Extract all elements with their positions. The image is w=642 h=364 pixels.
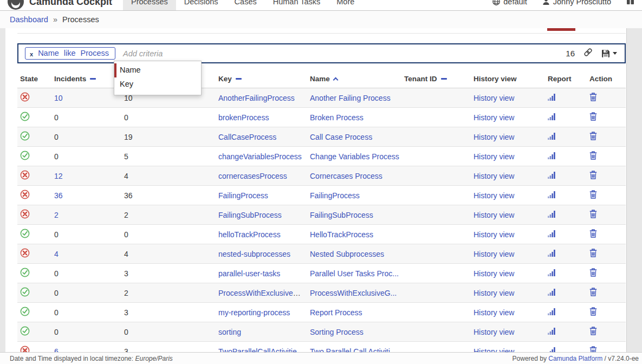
nav-item-more[interactable]: More — [328, 0, 362, 11]
column-header-tenant-id[interactable]: Tenant ID — [401, 70, 471, 88]
breadcrumb-dashboard-link[interactable]: Dashboard — [10, 15, 48, 24]
incidents-count-link[interactable]: 36 — [54, 191, 63, 200]
delete-icon[interactable] — [589, 151, 597, 161]
criteria-value[interactable]: Process — [81, 49, 109, 57]
delete-icon[interactable] — [589, 171, 597, 181]
report-icon[interactable] — [548, 93, 556, 102]
delete-icon[interactable] — [589, 307, 597, 317]
history-view-link[interactable]: History view — [474, 347, 514, 352]
report-icon[interactable] — [548, 230, 556, 239]
history-view-link[interactable]: History view — [474, 211, 514, 219]
delete-icon[interactable] — [589, 210, 597, 220]
sort-ascending-icon[interactable] — [333, 77, 338, 83]
process-name-link[interactable]: Report Process — [310, 308, 362, 317]
process-name-link[interactable]: Broken Process — [310, 113, 364, 122]
criteria-operator[interactable]: like — [64, 49, 76, 57]
incidents-count-link[interactable]: 2 — [54, 211, 59, 219]
process-key-link[interactable]: parallel-user-tasks — [218, 269, 280, 278]
dropdown-item-name[interactable]: Name — [114, 63, 201, 77]
process-name-link[interactable]: Two Parallel Call Activiti... — [310, 347, 397, 352]
history-view-link[interactable]: History view — [474, 191, 514, 200]
incidents-count-link[interactable]: 6 — [54, 347, 59, 352]
history-view-link[interactable]: History view — [474, 230, 514, 239]
copy-link-icon[interactable] — [583, 48, 593, 59]
user-menu[interactable]: Jonny Prosciutto — [542, 0, 611, 6]
delete-icon[interactable] — [589, 112, 597, 122]
process-key-link[interactable]: TwoParallelCallActivitie... — [218, 347, 303, 352]
process-name-link[interactable]: Another Failing Process — [310, 94, 391, 102]
column-header-name[interactable]: Name — [307, 70, 401, 88]
column-header-incidents[interactable]: Incidents — [51, 70, 121, 88]
sort-toggle-icon[interactable] — [236, 78, 242, 80]
delete-icon[interactable] — [589, 190, 597, 200]
engine-selector[interactable]: default — [492, 0, 527, 6]
report-icon[interactable] — [548, 327, 556, 336]
camunda-logo-icon[interactable] — [8, 0, 24, 10]
report-icon[interactable] — [548, 152, 556, 161]
process-name-link[interactable]: Parallel User Tasks Proc... — [310, 269, 399, 278]
sort-toggle-icon[interactable] — [90, 78, 96, 80]
apps-icon[interactable] — [626, 0, 634, 7]
report-icon[interactable] — [548, 308, 556, 317]
report-icon[interactable] — [548, 113, 556, 122]
delete-icon[interactable] — [589, 268, 597, 278]
search-filter-bar[interactable]: x Name like Process Add criteria 16 — [17, 43, 626, 63]
process-name-link[interactable]: HelloTrackProcess — [310, 230, 373, 239]
sort-toggle-icon[interactable] — [441, 78, 447, 80]
process-key-link[interactable]: changeVariablesProcess — [218, 152, 302, 161]
delete-icon[interactable] — [589, 132, 597, 142]
incidents-count-link[interactable]: 10 — [54, 94, 63, 102]
process-name-link[interactable]: Change Variables Process — [310, 152, 399, 161]
search-input[interactable]: Add criteria — [123, 49, 566, 58]
history-view-link[interactable]: History view — [474, 269, 514, 278]
delete-icon[interactable] — [589, 93, 597, 103]
history-view-link[interactable]: History view — [474, 113, 514, 122]
process-key-link[interactable]: helloTrackProcess — [218, 230, 281, 239]
history-view-link[interactable]: History view — [474, 94, 514, 102]
process-key-link[interactable]: ProcessWithExclusiveG... — [218, 289, 305, 297]
report-icon[interactable] — [548, 347, 556, 352]
process-key-link[interactable]: nested-subprocesses — [218, 250, 290, 258]
report-icon[interactable] — [548, 171, 556, 180]
camunda-platform-link[interactable]: Camunda Platform — [548, 355, 602, 362]
incidents-count-link[interactable]: 4 — [54, 250, 59, 258]
process-name-link[interactable]: FailingProcess — [310, 191, 360, 200]
process-name-link[interactable]: Call Case Process — [310, 133, 372, 141]
delete-icon[interactable] — [589, 249, 597, 259]
filter-criteria-chip[interactable]: x Name like Process — [25, 47, 115, 60]
process-key-link[interactable]: AnotherFailingProcess — [218, 94, 295, 102]
process-key-link[interactable]: my-reporting-process — [218, 308, 290, 317]
report-icon[interactable] — [548, 210, 556, 219]
nav-item-decisions[interactable]: Decisions — [176, 0, 226, 11]
nav-item-cases[interactable]: Cases — [226, 0, 265, 11]
process-name-link[interactable]: Sorting Process — [310, 328, 364, 336]
history-view-link[interactable]: History view — [474, 172, 514, 180]
process-key-link[interactable]: FailingProcess — [218, 191, 268, 200]
process-name-link[interactable]: ProcessWithExclusiveG... — [310, 289, 397, 297]
history-view-link[interactable]: History view — [474, 289, 514, 297]
save-filter-button[interactable] — [601, 49, 617, 58]
remove-criteria-icon[interactable]: x — [30, 51, 33, 57]
incidents-count-link[interactable]: 12 — [54, 172, 63, 180]
delete-icon[interactable] — [589, 346, 597, 352]
report-icon[interactable] — [548, 191, 556, 200]
nav-item-processes[interactable]: Processes — [123, 0, 176, 11]
delete-icon[interactable] — [589, 288, 597, 298]
report-icon[interactable] — [548, 132, 556, 141]
history-view-link[interactable]: History view — [474, 328, 514, 336]
report-icon[interactable] — [548, 269, 556, 278]
history-view-link[interactable]: History view — [474, 250, 514, 258]
process-name-link[interactable]: Cornercases Process — [310, 172, 382, 180]
delete-icon[interactable] — [589, 229, 597, 239]
nav-item-human-tasks[interactable]: Human Tasks — [265, 0, 329, 11]
report-icon[interactable] — [548, 288, 556, 297]
dropdown-item-key[interactable]: Key — [114, 77, 201, 92]
process-name-link[interactable]: Nested Subprocesses — [310, 250, 384, 258]
history-view-link[interactable]: History view — [474, 133, 514, 141]
column-header-key[interactable]: Key — [216, 70, 307, 88]
process-key-link[interactable]: brokenProcess — [218, 113, 269, 122]
process-name-link[interactable]: FailingSubProcess — [310, 211, 373, 219]
history-view-link[interactable]: History view — [474, 308, 514, 317]
process-key-link[interactable]: sorting — [218, 328, 241, 336]
delete-icon[interactable] — [589, 327, 597, 337]
